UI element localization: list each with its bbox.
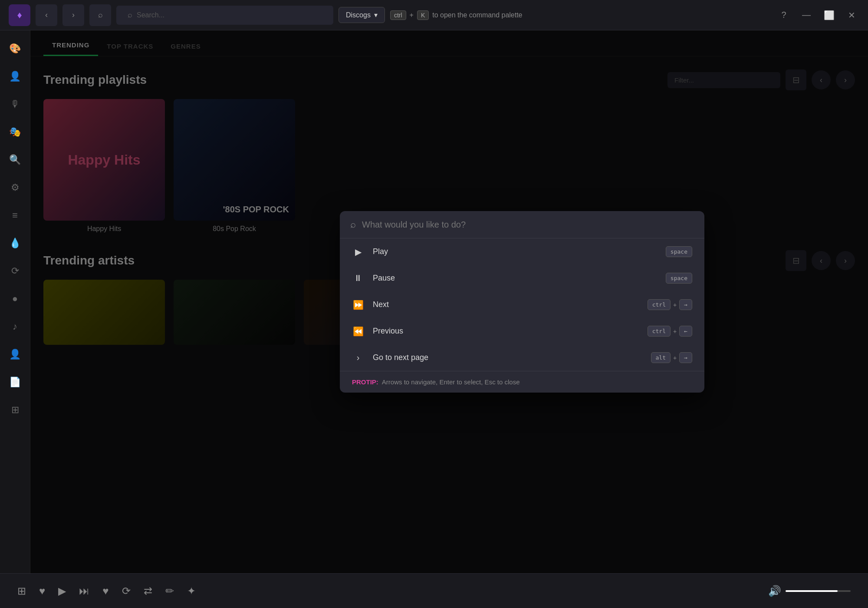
bottom-icon-shuffle[interactable]: ⇄ bbox=[144, 585, 152, 597]
main-layout: 🎨 👤 🎙 🎭 🔍 ⚙ ≡ 💧 ⟳ ● ♪ 👤 📄 ⊞ TRENDING TOP… bbox=[0, 30, 868, 573]
search-placeholder: Search... bbox=[137, 11, 164, 19]
back-button[interactable]: ‹ bbox=[36, 4, 57, 26]
cp-next-icon: ⏩ bbox=[352, 300, 364, 310]
sidebar-icon-mic[interactable]: 🎙 bbox=[6, 95, 25, 114]
sidebar: 🎨 👤 🎙 🎭 🔍 ⚙ ≡ 💧 ⟳ ● ♪ 👤 📄 ⊞ bbox=[0, 30, 30, 573]
cp-previous-shortcut: ctrl + ← bbox=[648, 326, 692, 337]
bottom-icon-sparkle[interactable]: ✦ bbox=[187, 585, 196, 597]
bottom-bar: ⊞ ♥ ▶ ⏭ ♥ ⟳ ⇄ ✏ ✦ 🔊 bbox=[0, 573, 868, 608]
cp-next-page-kbd2: → bbox=[679, 352, 692, 363]
sidebar-icon-grid[interactable]: ⊞ bbox=[6, 400, 25, 420]
cp-previous-label: Previous bbox=[373, 327, 639, 336]
sidebar-icon-music[interactable]: ♪ bbox=[6, 317, 25, 336]
cp-previous-kbd1: ctrl bbox=[648, 326, 671, 337]
sidebar-icon-palette[interactable]: 🎨 bbox=[6, 39, 25, 58]
sidebar-icon-settings[interactable]: ⚙ bbox=[6, 178, 25, 197]
cp-hint-text: Arrows to navigate, Enter to select, Esc… bbox=[382, 378, 520, 386]
search-icon: ⌕ bbox=[128, 10, 132, 20]
cp-pause-shortcut: space bbox=[666, 273, 692, 284]
top-bar-right: ? — ⬜ ✕ bbox=[776, 7, 859, 23]
cp-footer: PROTIP: Arrows to navigate, Enter to sel… bbox=[340, 371, 704, 393]
hint-plus: + bbox=[410, 11, 414, 19]
cp-item-next[interactable]: ⏩ Next ctrl + → bbox=[340, 291, 704, 318]
cp-item-play[interactable]: ▶ Play space bbox=[340, 238, 704, 265]
volume-icon[interactable]: 🔊 bbox=[768, 585, 781, 597]
cp-play-shortcut: space bbox=[666, 246, 692, 257]
cp-item-next-page[interactable]: › Go to next page alt + → bbox=[340, 344, 704, 371]
help-icon[interactable]: ? bbox=[776, 7, 792, 23]
sidebar-icon-record[interactable]: ● bbox=[6, 289, 25, 308]
cp-next-label: Next bbox=[373, 300, 639, 309]
source-label: Discogs bbox=[346, 11, 371, 19]
cp-pause-label: Pause bbox=[373, 274, 657, 283]
sidebar-icon-person[interactable]: 👤 bbox=[6, 345, 25, 364]
bottom-icon-skip[interactable]: ⏭ bbox=[79, 585, 89, 597]
dropdown-icon: ▾ bbox=[374, 11, 378, 19]
cp-play-label: Play bbox=[373, 247, 657, 256]
volume-fill bbox=[786, 590, 838, 592]
cp-next-page-kbd1: alt bbox=[651, 352, 671, 363]
cp-next-page-icon: › bbox=[352, 353, 364, 363]
bottom-icon-favorite[interactable]: ♥ bbox=[102, 585, 108, 597]
forward-button[interactable]: › bbox=[62, 4, 84, 26]
sidebar-icon-doc[interactable]: 📄 bbox=[6, 373, 25, 392]
top-bar: ♦ ‹ › ⌕ ⌕ Search... Discogs ▾ ctrl + K t… bbox=[0, 0, 868, 30]
close-icon[interactable]: ✕ bbox=[844, 7, 859, 23]
hint-text: to open the command palette bbox=[432, 11, 522, 19]
cp-pause-icon: ⏸ bbox=[352, 273, 364, 283]
bottom-icon-repeat[interactable]: ⟳ bbox=[122, 585, 131, 597]
content-area: TRENDING TOP TRACKS GENRES Trending play… bbox=[30, 30, 868, 573]
cp-play-kbd: space bbox=[666, 246, 692, 257]
cp-search-input[interactable] bbox=[362, 220, 694, 230]
bottom-icon-heart[interactable]: ♥ bbox=[39, 585, 45, 597]
cp-search-row: ⌕ bbox=[340, 211, 704, 238]
app-logo: ♦ bbox=[9, 4, 30, 26]
cp-play-icon: ▶ bbox=[352, 247, 364, 257]
cp-pause-kbd: space bbox=[666, 273, 692, 284]
hint-kbd2: K bbox=[417, 10, 429, 20]
minimize-icon[interactable]: — bbox=[799, 7, 814, 23]
sidebar-icon-user[interactable]: 👤 bbox=[6, 67, 25, 86]
cp-search-icon: ⌕ bbox=[350, 219, 356, 230]
cp-previous-icon: ⏪ bbox=[352, 326, 364, 337]
sidebar-icon-history[interactable]: ⟳ bbox=[6, 261, 25, 281]
cp-next-kbd2: → bbox=[679, 299, 692, 310]
cp-next-page-label: Go to next page bbox=[373, 353, 642, 362]
cp-next-kbd1: ctrl bbox=[648, 299, 671, 310]
cp-protip-label: PROTIP: bbox=[352, 378, 378, 386]
sidebar-icon-search[interactable]: 🔍 bbox=[6, 150, 25, 169]
search-button[interactable]: ⌕ bbox=[89, 4, 111, 26]
hint-kbd1: ctrl bbox=[390, 10, 406, 20]
volume-track[interactable] bbox=[786, 590, 851, 592]
search-bar[interactable]: ⌕ Search... bbox=[116, 6, 333, 25]
bottom-icon-play[interactable]: ▶ bbox=[58, 585, 66, 597]
cp-next-page-shortcut: alt + → bbox=[651, 352, 693, 363]
command-hint: ctrl + K to open the command palette bbox=[390, 10, 523, 20]
bottom-icon-edit[interactable]: ✏ bbox=[165, 585, 174, 597]
sidebar-icon-masks[interactable]: 🎭 bbox=[6, 122, 25, 142]
sidebar-icon-drop[interactable]: 💧 bbox=[6, 234, 25, 253]
sidebar-icon-list[interactable]: ≡ bbox=[6, 206, 25, 225]
bottom-icon-grid[interactable]: ⊞ bbox=[17, 585, 26, 597]
cp-next-shortcut: ctrl + → bbox=[648, 299, 692, 310]
maximize-icon[interactable]: ⬜ bbox=[821, 7, 837, 23]
command-palette: ⌕ ▶ Play space ⏸ Pause space bbox=[340, 211, 704, 393]
cp-item-pause[interactable]: ⏸ Pause space bbox=[340, 265, 704, 291]
volume-control: 🔊 bbox=[768, 585, 851, 597]
cp-item-previous[interactable]: ⏪ Previous ctrl + ← bbox=[340, 318, 704, 344]
source-selector[interactable]: Discogs ▾ bbox=[339, 7, 385, 23]
cp-previous-kbd2: ← bbox=[679, 326, 692, 337]
